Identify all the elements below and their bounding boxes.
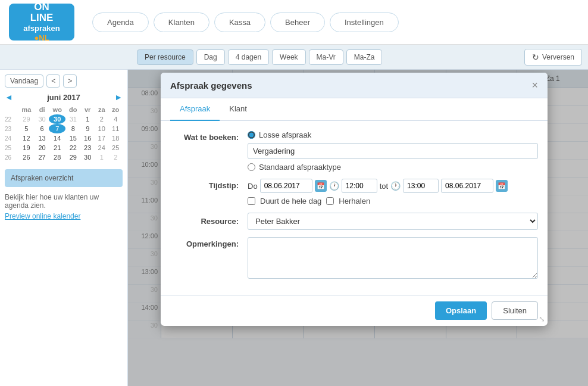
sidebar: Vandaag < > ◄ juni 2017 ► ma di wo do vr: [0, 70, 128, 386]
cal-day[interactable]: 16: [80, 133, 95, 143]
cal-day[interactable]: 5: [18, 124, 35, 133]
cal-day[interactable]: 24: [95, 143, 109, 152]
today-button[interactable]: Vandaag: [5, 74, 43, 88]
date-from-input[interactable]: [260, 179, 312, 193]
modal-close-button[interactable]: ×: [531, 80, 538, 91]
cal-day[interactable]: 30: [35, 114, 49, 124]
cal-day[interactable]: 15: [65, 133, 80, 143]
cal-day[interactable]: 1: [95, 152, 109, 162]
cal-day[interactable]: 7: [49, 124, 65, 133]
time-from-input[interactable]: [342, 179, 377, 193]
cal-day[interactable]: 14: [49, 133, 65, 143]
radio-losse-afspraak[interactable]: Losse afspraak: [248, 130, 538, 139]
afspraken-overzicht-link[interactable]: Afspraken overzicht: [5, 169, 123, 187]
nav-instellingen[interactable]: Instellingen: [330, 13, 399, 32]
modal-dialog: Afspraak gegevens × Afspraak Klant Wat t…: [161, 73, 548, 326]
cal-day[interactable]: 26: [18, 152, 35, 162]
tab-afspraak[interactable]: Afspraak: [170, 98, 220, 121]
nav-beheer[interactable]: Beheer: [270, 13, 325, 32]
refresh-icon: ↻: [532, 52, 539, 62]
cal-day[interactable]: 21: [49, 143, 65, 152]
toolbar-week[interactable]: Week: [272, 49, 305, 65]
cal-next-icon[interactable]: ►: [114, 92, 123, 102]
modal-title: Afspraak gegevens: [170, 80, 252, 91]
wat-te-boeken-row: Wat te boeken: Losse afspraak Standaard …: [170, 130, 538, 172]
cal-icon-to[interactable]: 📅: [496, 180, 508, 192]
opmerkingen-textarea[interactable]: [248, 237, 538, 279]
prev-month-button[interactable]: <: [46, 74, 60, 88]
date-to-input[interactable]: [441, 179, 493, 193]
appointment-name-input[interactable]: [248, 143, 538, 159]
mini-cal-title: juni 2017: [47, 93, 80, 102]
mini-cal-table: ma di wo do vr za zo 22 29 30 30: [5, 105, 123, 162]
cal-day[interactable]: 30: [80, 152, 95, 162]
week-header: [5, 105, 18, 114]
cal-day[interactable]: 19: [18, 143, 35, 152]
nav-agenda[interactable]: Agenda: [92, 13, 149, 32]
next-month-button[interactable]: >: [63, 74, 77, 88]
radio-standaard-input[interactable]: [248, 163, 255, 171]
cal-day[interactable]: 9: [80, 124, 95, 133]
cal-icon-from[interactable]: 📅: [315, 180, 327, 192]
day-header-di: di: [35, 105, 49, 114]
cal-day[interactable]: 10: [95, 124, 109, 133]
day-label: Do: [248, 182, 258, 191]
header: ONLINEafspraken ●NL Agenda Klanten Kassa…: [0, 0, 588, 45]
radio-standaard-type[interactable]: Standaard afspraaktype: [248, 163, 538, 172]
day-header-vr: vr: [80, 105, 95, 114]
tijdstip-control: Do 📅 🕐 tot 🕐 📅: [248, 179, 538, 206]
opmerkingen-row: Opmerkingen:: [170, 237, 538, 281]
save-button[interactable]: Opslaan: [435, 301, 487, 320]
cal-day[interactable]: 2: [95, 114, 109, 124]
resource-select[interactable]: Peter Bakker: [248, 213, 538, 230]
cal-day[interactable]: 30: [49, 114, 65, 124]
cal-day[interactable]: 11: [108, 124, 123, 133]
day-header-ma: ma: [18, 105, 35, 114]
toolbar-4dagen[interactable]: 4 dagen: [228, 49, 269, 65]
toolbar-maza[interactable]: Ma-Za: [346, 49, 383, 65]
week-num-23: 23: [5, 124, 18, 133]
resize-handle-icon: ⤡: [539, 315, 545, 323]
toolbar-dag[interactable]: Dag: [196, 49, 225, 65]
cal-day[interactable]: 25: [108, 143, 123, 152]
cal-day[interactable]: 29: [18, 114, 35, 124]
cal-day[interactable]: 28: [49, 152, 65, 162]
nav-klanten[interactable]: Klanten: [154, 13, 209, 32]
radio-losse-afspraak-input[interactable]: [248, 131, 255, 139]
opmerkingen-label: Opmerkingen:: [170, 237, 248, 248]
toolbar-per-resource[interactable]: Per resource: [137, 49, 193, 65]
sidebar-info: Bekijk hier hoe uw klanten uw agenda zie…: [5, 193, 123, 210]
cal-day[interactable]: 13: [35, 133, 49, 143]
modal-header: Afspraak gegevens ×: [161, 73, 548, 98]
main-nav: Agenda Klanten Kassa Beheer Instellingen: [92, 13, 399, 32]
cal-day[interactable]: 31: [65, 114, 80, 124]
cal-day[interactable]: 12: [18, 133, 35, 143]
herhalen-checkbox[interactable]: [326, 197, 334, 205]
time-inputs-row: Do 📅 🕐 tot 🕐 📅: [248, 179, 538, 193]
cal-day[interactable]: 29: [65, 152, 80, 162]
cal-day[interactable]: 22: [65, 143, 80, 152]
cal-day[interactable]: 2: [108, 152, 123, 162]
cal-day[interactable]: 1: [80, 114, 95, 124]
tijdstip-row: Tijdstip: Do 📅 🕐 tot 🕐 📅: [170, 179, 538, 206]
nav-kassa[interactable]: Kassa: [214, 13, 265, 32]
tab-klant[interactable]: Klant: [220, 98, 257, 120]
preview-link[interactable]: Preview online kalender: [5, 212, 123, 220]
refresh-button[interactable]: ↻ Verversen: [524, 49, 582, 66]
time-to-input[interactable]: [403, 179, 439, 193]
cal-day[interactable]: 8: [65, 124, 80, 133]
cal-prev-icon[interactable]: ◄: [5, 92, 13, 102]
toolbar-mavr[interactable]: Ma-Vr: [309, 49, 343, 65]
cal-day[interactable]: 6: [35, 124, 49, 133]
clock-icon-to: 🕐: [390, 181, 401, 191]
close-button[interactable]: Sluiten: [492, 301, 538, 320]
cal-day[interactable]: 23: [80, 143, 95, 152]
cal-day[interactable]: 27: [35, 152, 49, 162]
resource-row: Resource: Peter Bakker: [170, 213, 538, 230]
hele-dag-checkbox[interactable]: [248, 197, 255, 205]
checkbox-row: Duurt de hele dag Herhalen: [248, 197, 538, 206]
cal-day[interactable]: 20: [35, 143, 49, 152]
cal-day[interactable]: 4: [108, 114, 123, 124]
cal-day[interactable]: 18: [108, 133, 123, 143]
cal-day[interactable]: 17: [95, 133, 109, 143]
